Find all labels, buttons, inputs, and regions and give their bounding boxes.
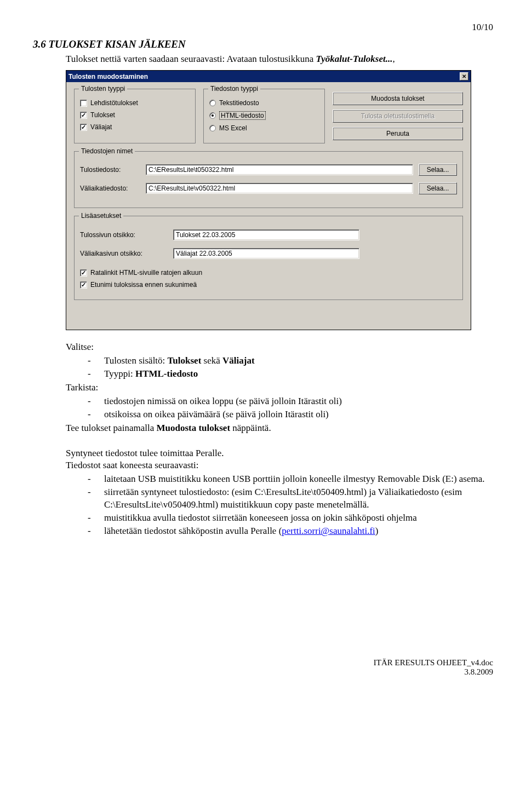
- label-text: Tekstitiedosto: [219, 99, 259, 107]
- group-file-type: Tiedoston tyyppi Tekstitiedosto HTML-tie…: [203, 89, 325, 143]
- intro-after: ,: [392, 54, 395, 64]
- label-splits-file: Väliaikatiedosto:: [80, 185, 140, 192]
- group-file-names: Tiedostojen nimet Tulostiedosto: Selaa..…: [74, 151, 463, 208]
- para-seuraavasti: Tiedostot saat koneesta seuraavasti:: [66, 459, 493, 472]
- print-default-button[interactable]: Tulosta oletustulostimella: [333, 110, 463, 123]
- list-item: muistitikkua avulla tiedostot siirretään…: [88, 512, 493, 525]
- close-icon[interactable]: ✕: [460, 72, 468, 80]
- list-item: tiedostojen nimissä on oikea loppu (se p…: [88, 395, 493, 408]
- label-etunimi: Etunimi tuloksissa ennen sukunimeä: [90, 281, 197, 289]
- instruction-text: Valitse: Tulosten sisältö: Tulokset sekä…: [66, 341, 493, 538]
- list-item: Tyyppi: HTML-tiedosto: [88, 368, 493, 381]
- input-splits-title[interactable]: [173, 248, 359, 259]
- label-excel: MS Excel: [219, 124, 247, 132]
- section-heading: 3.6 TULOKSET KISAN JÄLKEEN: [33, 38, 493, 50]
- footer-filename: ITÄR ERESULTS OHJEET_v4.doc: [33, 658, 493, 667]
- list-item: lähetetään tiedostot sähköpostin avulla …: [88, 525, 493, 538]
- input-result-title[interactable]: [173, 229, 359, 240]
- intro-before: Tulokset nettiä varten saadaan seuraavas…: [66, 54, 316, 64]
- intro-bold: Työkalut-Tulokset...: [316, 54, 393, 64]
- dialog-titlebar: Tulosten muodostaminen ✕: [66, 71, 471, 82]
- checkbox-etunimi[interactable]: [80, 281, 87, 289]
- radio-html[interactable]: [209, 112, 216, 119]
- radio-text[interactable]: [209, 100, 216, 106]
- legend-file-names: Tiedostojen nimet: [79, 147, 135, 155]
- radio-excel[interactable]: [209, 125, 216, 131]
- group-result-type: Tulosten tyyppi Lehdistötulokset Tulokse…: [74, 89, 196, 143]
- group-extra-settings: Lisäasetukset Tulossivun otsikko: Väliai…: [74, 216, 463, 300]
- label-ratalinkit: Ratalinkit HTML-sivuille ratojen alkuun: [90, 269, 202, 277]
- para-toimittaa: Syntyneet tiedostot tulee toimittaa Pera…: [66, 447, 493, 460]
- cancel-button[interactable]: Peruuta: [333, 127, 463, 140]
- input-result-file[interactable]: [146, 164, 413, 175]
- input-splits-file[interactable]: [146, 183, 413, 194]
- list-item: Tulosten sisältö: Tulokset sekä Väliajat: [88, 355, 493, 367]
- label-html: HTML-tiedosto: [219, 111, 266, 120]
- dialog-title: Tulosten muodostaminen: [68, 73, 148, 80]
- list-item: siirretään syntyneet tulostiedosto: (esi…: [88, 486, 493, 511]
- legend-extra: Lisäasetukset: [79, 212, 123, 220]
- browse-result-button[interactable]: Selaa...: [419, 164, 457, 176]
- label-result-file: Tulostiedosto:: [80, 166, 140, 174]
- page-footer: ITÄR ERESULTS OHJEET_v4.doc 3.8.2009: [33, 658, 493, 677]
- list-item: otsikoissa on oikea päivämäärä (se päivä…: [88, 408, 493, 421]
- list-item: laitetaan USB muistitikku koneen USB por…: [88, 473, 493, 486]
- valitse-label: Valitse:: [66, 341, 493, 354]
- label-splits-title: Väliaikasivun otsikko:: [80, 250, 168, 257]
- browse-splits-button[interactable]: Selaa...: [419, 182, 457, 194]
- legend-file-type: Tiedoston tyyppi: [208, 85, 260, 93]
- label-result-title: Tulossivun otsikko:: [80, 231, 168, 239]
- tarkista-label: Tarkista:: [66, 382, 493, 394]
- checkbox-tulokset[interactable]: [80, 112, 87, 119]
- label-valiajat: Väliajat: [90, 123, 112, 131]
- generate-button[interactable]: Muodosta tulokset: [333, 92, 463, 105]
- results-dialog: Tulosten muodostaminen ✕ Tulosten tyyppi…: [66, 70, 471, 330]
- legend-result-type: Tulosten tyyppi: [79, 85, 127, 93]
- label-tulokset: Tulokset: [90, 111, 115, 119]
- page-number: 10/10: [33, 22, 493, 33]
- checkbox-valiajat[interactable]: [80, 124, 87, 131]
- tee-line: Tee tulokset painamalla Muodosta tulokse…: [66, 422, 493, 435]
- intro-text: Tulokset nettiä varten saadaan seuraavas…: [66, 54, 493, 65]
- checkbox-ratalinkit[interactable]: [80, 269, 87, 277]
- buttons-column: Muodosta tulokset Tulosta oletustulostim…: [333, 89, 463, 143]
- label-lehdisto: Lehdistötulokset: [90, 99, 138, 107]
- checkbox-lehdisto[interactable]: [80, 100, 87, 107]
- footer-date: 3.8.2009: [33, 667, 493, 677]
- email-link[interactable]: pertti.sorri@saunalahti.fi: [282, 526, 375, 536]
